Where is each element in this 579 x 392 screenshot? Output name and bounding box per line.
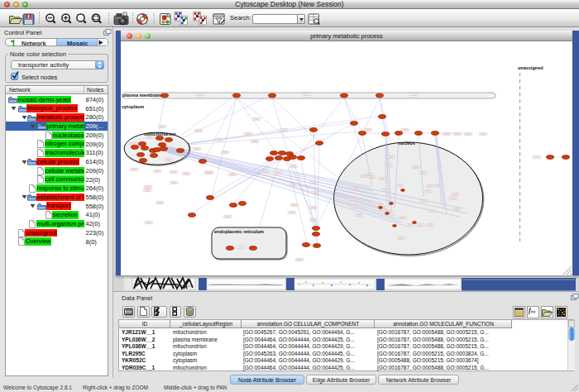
svg-text:cytoplasm: cytoplasm [122, 104, 144, 109]
svg-text:nucleus: nucleus [398, 141, 415, 146]
svg-text:plasma membrane: plasma membrane [122, 93, 162, 98]
svg-text:unassigned: unassigned [518, 65, 543, 70]
svg-text:mitochondrion: mitochondrion [144, 131, 176, 136]
svg-text:endoplasmic reticulum: endoplasmic reticulum [214, 229, 264, 234]
